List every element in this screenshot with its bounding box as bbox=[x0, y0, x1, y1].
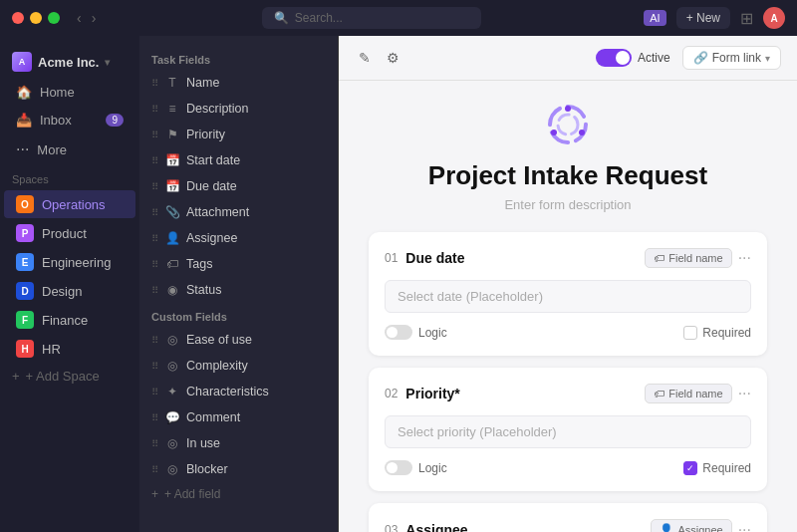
app-body: A Acme Inc. ▾ 🏠 Home 📥 Inbox 9 ··· More … bbox=[0, 36, 797, 532]
sidebar-item-more[interactable]: ··· More bbox=[4, 134, 135, 164]
drag-handle: ⠿ bbox=[151, 78, 158, 89]
form-toolbar: ✎ ⚙ Active 🔗 Form link ▾ bbox=[339, 36, 797, 81]
card-num: 02 bbox=[385, 387, 398, 400]
field-name-badge[interactable]: 🏷 Field name bbox=[645, 384, 731, 403]
titlebar: ‹ › 🔍 Search... AI + New ⊞ A bbox=[0, 0, 797, 36]
form-link-button[interactable]: 🔗 Form link ▾ bbox=[682, 46, 781, 70]
characteristics-field-icon: ✦ bbox=[164, 384, 180, 399]
field-name-label: Name bbox=[186, 76, 219, 90]
drag-handle: ⠿ bbox=[151, 335, 158, 346]
drag-handle: ⠿ bbox=[151, 361, 158, 372]
form-spinner bbox=[544, 101, 592, 148]
card-footer: Logic ✓ Required bbox=[385, 460, 751, 475]
sidebar-item-home[interactable]: 🏠 Home bbox=[4, 79, 135, 106]
form-card-due-date: 01 Due date 🏷 Field name ··· Select date… bbox=[369, 232, 767, 356]
workspace[interactable]: A Acme Inc. ▾ bbox=[0, 46, 139, 78]
sidebar-item-inbox[interactable]: 📥 Inbox 9 bbox=[4, 107, 135, 133]
search-placeholder: Search... bbox=[295, 11, 343, 25]
attachment-field-icon: 📎 bbox=[164, 204, 180, 220]
field-name-badge[interactable]: 🏷 Field name bbox=[645, 248, 731, 268]
search-input[interactable]: 🔍 Search... bbox=[262, 7, 481, 29]
sidebar-item-finance[interactable]: F Finance bbox=[4, 306, 135, 334]
card-field-name: Assignee bbox=[405, 522, 651, 533]
grid-button[interactable]: ⊞ bbox=[740, 9, 753, 28]
more-icon: ··· bbox=[16, 140, 29, 158]
close-dot[interactable] bbox=[12, 12, 24, 24]
custom-field-blocker[interactable]: ⠿ ◎ Blocker bbox=[139, 456, 338, 482]
field-description[interactable]: ⠿ ≡ Description bbox=[139, 96, 338, 122]
custom-field-comment[interactable]: ⠿ 💬 Comment bbox=[139, 404, 338, 430]
custom-field-ease-label: Ease of use bbox=[186, 333, 252, 347]
logic-toggle[interactable] bbox=[385, 325, 412, 340]
custom-field-ease[interactable]: ⠿ ◎ Ease of use bbox=[139, 327, 338, 353]
sidebar-item-engineering[interactable]: E Engineering bbox=[4, 248, 135, 276]
maximize-dot[interactable] bbox=[48, 12, 60, 24]
add-space-button[interactable]: + + Add Space bbox=[0, 364, 139, 389]
home-icon: 🏠 bbox=[16, 85, 32, 100]
description-field-icon: ≡ bbox=[164, 101, 180, 117]
sidebar: A Acme Inc. ▾ 🏠 Home 📥 Inbox 9 ··· More … bbox=[0, 36, 139, 532]
field-priority[interactable]: ⠿ ⚑ Priority bbox=[139, 122, 338, 147]
field-status[interactable]: ⠿ ◉ Status bbox=[139, 277, 338, 303]
settings-button[interactable]: ⚙ bbox=[383, 46, 403, 70]
engineering-avatar: E bbox=[16, 253, 34, 271]
custom-fields-section: Custom Fields bbox=[139, 303, 338, 327]
card-field-name: Priority* bbox=[405, 386, 645, 401]
active-toggle[interactable] bbox=[596, 49, 632, 67]
field-assignee[interactable]: ⠿ 👤 Assignee bbox=[139, 225, 338, 251]
custom-field-characteristics[interactable]: ⠿ ✦ Characteristics bbox=[139, 379, 338, 404]
required-label: Required bbox=[702, 461, 751, 475]
card-header: 02 Priority* 🏷 Field name ··· bbox=[385, 384, 751, 403]
active-toggle-group: Active bbox=[596, 49, 670, 67]
edit-button[interactable]: ✎ bbox=[355, 46, 375, 70]
priority-placeholder[interactable]: Select priority (Placeholder) bbox=[385, 415, 751, 448]
card-menu-button[interactable]: ··· bbox=[738, 521, 751, 533]
field-tags[interactable]: ⠿ 🏷 Tags bbox=[139, 251, 338, 277]
field-attachment[interactable]: ⠿ 📎 Attachment bbox=[139, 199, 338, 225]
custom-field-complexity[interactable]: ⠿ ◎ Complexity bbox=[139, 353, 338, 379]
logic-toggle[interactable] bbox=[385, 460, 412, 475]
badge-icon: 🏷 bbox=[654, 388, 664, 399]
assignee-field-icon: 👤 bbox=[164, 230, 180, 246]
avatar[interactable]: A bbox=[763, 7, 785, 29]
form-card-assignee: 03 Assignee 👤 Assignee ··· bbox=[369, 503, 767, 532]
form-title: Project Intake Request bbox=[428, 160, 707, 191]
sidebar-item-design[interactable]: D Design bbox=[4, 277, 135, 305]
badge-label: Assignee bbox=[677, 524, 722, 533]
field-status-label: Status bbox=[186, 283, 221, 297]
forward-button[interactable]: › bbox=[89, 10, 100, 26]
field-name[interactable]: ⠿ T Name bbox=[139, 70, 338, 96]
sidebar-item-hr[interactable]: H HR bbox=[4, 335, 135, 363]
required-checkbox[interactable] bbox=[683, 326, 697, 340]
badge-icon: 👤 bbox=[660, 523, 673, 532]
workspace-name: Acme Inc. bbox=[38, 55, 99, 70]
add-space-icon: + bbox=[12, 369, 20, 384]
custom-field-complexity-label: Complexity bbox=[186, 359, 248, 373]
link-icon: 🔗 bbox=[693, 51, 708, 65]
svg-point-1 bbox=[558, 115, 578, 134]
drag-handle: ⠿ bbox=[151, 207, 158, 218]
form-description: Enter form description bbox=[504, 197, 631, 212]
sidebar-item-operations[interactable]: O Operations bbox=[4, 190, 135, 218]
finance-avatar: F bbox=[16, 311, 34, 329]
drag-handle: ⠿ bbox=[151, 155, 158, 166]
add-field-button[interactable]: + + Add field bbox=[139, 482, 338, 506]
field-start-date[interactable]: ⠿ 📅 Start date bbox=[139, 147, 338, 173]
assignee-badge[interactable]: 👤 Assignee bbox=[651, 519, 731, 532]
design-avatar: D bbox=[16, 282, 34, 300]
main-content: ✎ ⚙ Active 🔗 Form link ▾ bbox=[339, 36, 797, 532]
card-menu-button[interactable]: ··· bbox=[738, 385, 751, 402]
minimize-dot[interactable] bbox=[30, 12, 42, 24]
new-button[interactable]: + New bbox=[676, 7, 730, 29]
required-checkbox[interactable]: ✓ bbox=[683, 461, 697, 475]
card-menu-button[interactable]: ··· bbox=[738, 249, 751, 267]
comment-field-icon: 💬 bbox=[164, 409, 180, 425]
date-placeholder[interactable]: Select date (Placeholder) bbox=[385, 280, 751, 313]
field-due-date[interactable]: ⠿ 📅 Due date bbox=[139, 173, 338, 199]
engineering-label: Engineering bbox=[42, 255, 111, 270]
custom-field-in-use[interactable]: ⠿ ◎ In use bbox=[139, 430, 338, 456]
back-button[interactable]: ‹ bbox=[74, 10, 85, 26]
start-date-field-icon: 📅 bbox=[164, 152, 180, 168]
sidebar-item-product[interactable]: P Product bbox=[4, 219, 135, 247]
badge-icon: 🏷 bbox=[654, 252, 664, 264]
